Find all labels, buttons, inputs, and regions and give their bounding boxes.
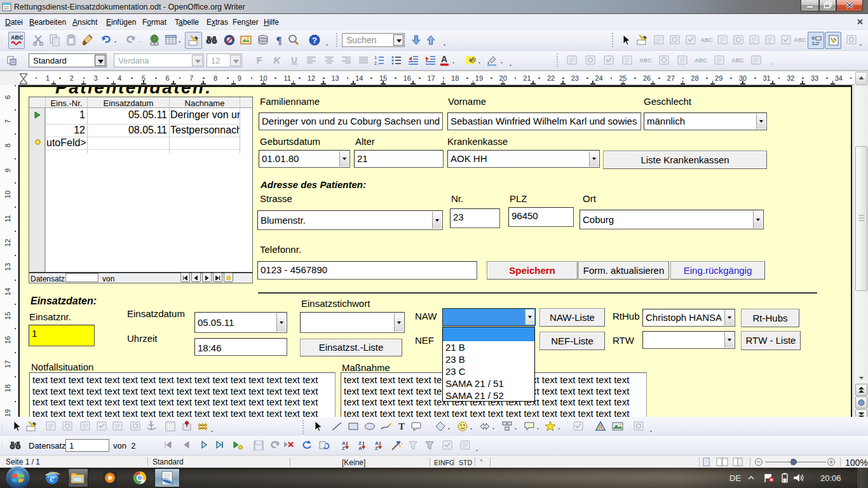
svg-text:ABC: ABC [794,37,806,43]
svg-text:Z: Z [342,445,345,451]
svg-text:ABC: ABC [731,57,744,64]
svg-text:ABC: ABC [700,37,713,43]
svg-text:Z: Z [375,445,378,451]
svg-text:ABC: ABC [695,57,707,64]
svg-text:T: T [398,421,405,431]
svg-text:F: F [256,55,262,65]
svg-text:?: ? [312,36,317,45]
svg-text:U: U [291,55,297,65]
svg-text:A: A [441,54,447,64]
svg-text:2.: 2. [374,61,378,65]
svg-text:K: K [274,55,281,65]
svg-text:e: e [50,472,55,484]
svg-text:1.: 1. [374,55,378,60]
svg-text:A: A [598,424,602,431]
svg-text:¶: ¶ [276,34,281,46]
svg-text:ABC: ABC [639,57,652,64]
